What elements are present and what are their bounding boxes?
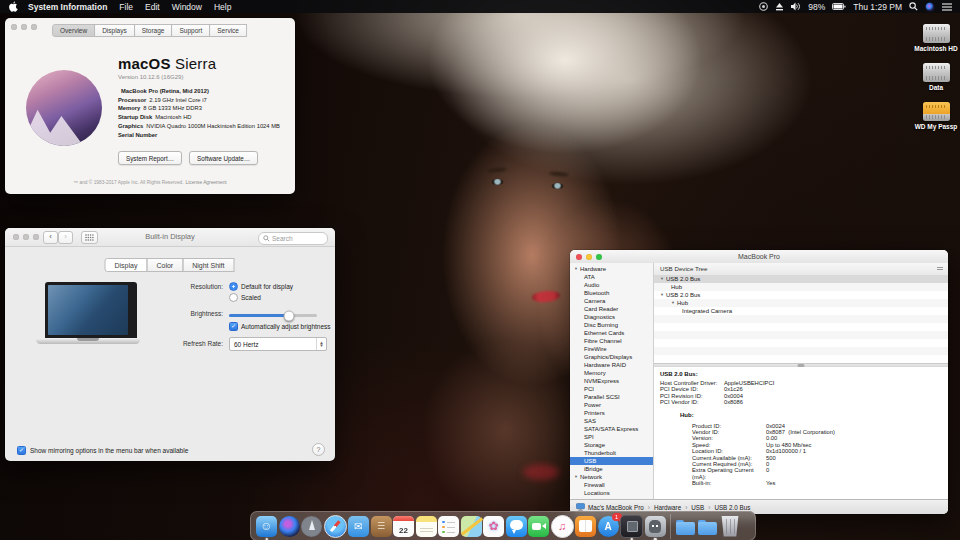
list-options-icon[interactable]	[937, 267, 943, 271]
breadcrumb-segment[interactable]: Hardware	[644, 504, 681, 511]
sidebar-item[interactable]: ATA	[570, 273, 653, 281]
about-tab[interactable]: Support	[171, 24, 210, 37]
sidebar-item[interactable]: Audio	[570, 281, 653, 289]
breadcrumb-segment[interactable]: USB	[681, 504, 704, 511]
calendar-icon[interactable]: 22	[393, 516, 414, 537]
desktop-drive-icon[interactable]: Data	[913, 63, 959, 91]
system-report-button[interactable]: System Report…	[118, 151, 182, 165]
contacts-icon[interactable]: ☰	[371, 516, 392, 537]
display-tab[interactable]: Display	[105, 258, 148, 272]
sidebar-item[interactable]: Firewall	[570, 481, 653, 489]
about-tab[interactable]: Service	[209, 24, 247, 37]
finder-icon[interactable]: ☺	[256, 516, 277, 537]
sidebar-item[interactable]: Card Reader	[570, 305, 653, 313]
drive-icon[interactable]	[923, 102, 950, 121]
resolution-scaled-radio[interactable]: Scaled	[229, 293, 261, 302]
sidebar-item[interactable]: Power	[570, 401, 653, 409]
menu-edit[interactable]: Edit	[145, 2, 160, 12]
drive-icon[interactable]	[923, 63, 950, 82]
photos-icon[interactable]: ✿	[483, 516, 504, 537]
sidebar-item[interactable]: NVMExpress	[570, 377, 653, 385]
brightness-slider[interactable]	[229, 314, 317, 317]
checkbox-checked-icon[interactable]: ✓	[17, 446, 26, 455]
sidebar-item[interactable]: Thunderbolt	[570, 449, 653, 457]
launchpad-icon[interactable]	[301, 516, 322, 537]
sidebar-item[interactable]: Locations	[570, 489, 653, 497]
menu-window[interactable]: Window	[172, 2, 202, 12]
tree-row[interactable]	[654, 347, 948, 355]
sidebar-item[interactable]: Printers	[570, 409, 653, 417]
auto-brightness-checkbox[interactable]: ✓ Automatically adjust brightness	[229, 322, 331, 331]
sidebar-item[interactable]: SPI	[570, 433, 653, 441]
menu-clock[interactable]: Thu 1:29 PM	[853, 2, 902, 12]
zoom-button[interactable]	[31, 24, 37, 30]
folder-icon[interactable]	[675, 516, 696, 537]
sidebar-item[interactable]: Network	[570, 473, 653, 481]
breadcrumb-segment[interactable]: USB 2.0 Bus	[704, 504, 750, 511]
sidebar-item[interactable]: iBridge	[570, 465, 653, 473]
resolution-default-radio[interactable]: Default for display	[229, 282, 293, 291]
help-button[interactable]: ?	[312, 443, 325, 456]
tree-row[interactable]	[654, 339, 948, 347]
stepper-arrows-icon[interactable]: ▲▼	[316, 338, 326, 350]
desktop-drive-icon[interactable]: WD My Passp	[913, 102, 959, 130]
checkbox-checked-icon[interactable]: ✓	[229, 322, 238, 331]
about-tab[interactable]: Overview	[52, 24, 95, 37]
sidebar-item[interactable]: Graphics/Displays	[570, 353, 653, 361]
refresh-rate-select[interactable]: 60 Hertz ▲▼	[229, 337, 327, 351]
sidebar-item[interactable]: Hardware RAID	[570, 361, 653, 369]
apple-menu-icon[interactable]	[9, 1, 18, 12]
notification-center-icon[interactable]	[942, 3, 952, 11]
battery-icon[interactable]	[832, 3, 846, 11]
system-information-icon[interactable]	[620, 515, 643, 538]
display-tab[interactable]: Color	[146, 258, 183, 272]
eject-menu-icon[interactable]	[775, 3, 784, 11]
siri-icon[interactable]	[279, 516, 300, 537]
minimize-button[interactable]	[21, 24, 27, 30]
sidebar-item[interactable]: SAS	[570, 417, 653, 425]
radio-selected-icon[interactable]	[229, 282, 238, 291]
webcam-menu-icon[interactable]	[759, 2, 768, 11]
close-button[interactable]	[11, 24, 17, 30]
radio-icon[interactable]	[229, 293, 238, 302]
mail-icon[interactable]: ✉	[348, 516, 369, 537]
sidebar-item[interactable]: Camera	[570, 297, 653, 305]
tree-row[interactable]: Hub	[654, 299, 948, 307]
dock-separator[interactable]	[667, 516, 673, 537]
tree-row[interactable]: Hub	[654, 283, 948, 291]
sidebar-item[interactable]: Storage	[570, 441, 653, 449]
ibooks-icon[interactable]	[575, 516, 596, 537]
sidebar-item[interactable]: Parallel SCSI	[570, 393, 653, 401]
about-tab[interactable]: Storage	[134, 24, 173, 37]
itunes-icon[interactable]: ♫	[551, 515, 574, 538]
siri-menu-icon[interactable]	[925, 2, 935, 12]
messages-icon[interactable]	[506, 516, 527, 537]
sidebar-item[interactable]: FireWire	[570, 345, 653, 353]
tree-row[interactable]: USB 2.0 Bus	[654, 275, 948, 283]
sidebar-item[interactable]: Fibre Channel	[570, 337, 653, 345]
safari-icon[interactable]	[324, 515, 347, 538]
tree-row[interactable]	[654, 355, 948, 363]
tree-row[interactable]	[654, 315, 948, 323]
mirroring-checkbox[interactable]: ✓ Show mirroring options in the menu bar…	[17, 446, 188, 455]
software-update-button[interactable]: Software Update…	[189, 151, 258, 165]
sidebar-item[interactable]: SATA/SATA Express	[570, 425, 653, 433]
sidebar-item[interactable]: Ethernet Cards	[570, 329, 653, 337]
sidebar-item[interactable]: Bluetooth	[570, 289, 653, 297]
slider-thumb[interactable]	[283, 310, 294, 321]
about-tab[interactable]: Displays	[94, 24, 135, 37]
automator-icon[interactable]	[645, 516, 666, 537]
volume-menu-icon[interactable]	[791, 2, 801, 11]
search-input[interactable]: Search	[258, 232, 328, 245]
breadcrumb-segment[interactable]: Mac's MacBook Pro	[588, 504, 644, 511]
sidebar-item[interactable]: Diagnostics	[570, 313, 653, 321]
trash-icon[interactable]	[720, 516, 741, 537]
sidebar-item[interactable]: Disc Burning	[570, 321, 653, 329]
sidebar-item[interactable]: PCI	[570, 385, 653, 393]
display-tab[interactable]: Night Shift	[182, 258, 234, 272]
license-agreement-link[interactable]: License Agreement	[186, 180, 227, 185]
folder-icon[interactable]	[697, 516, 718, 537]
tree-row[interactable]	[654, 331, 948, 339]
sidebar-item[interactable]: USB	[570, 457, 653, 465]
facetime-icon[interactable]	[528, 516, 549, 537]
